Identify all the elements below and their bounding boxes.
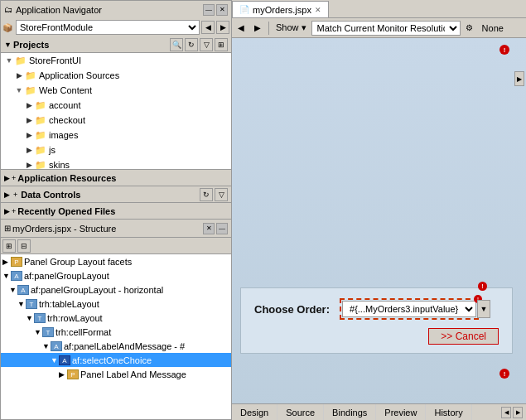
trh-table-expand: ▼ — [17, 300, 26, 308]
account-label: account — [49, 100, 81, 110]
js-expand: ▶ — [24, 145, 34, 155]
toolbar-forward-btn[interactable]: ▶ — [250, 21, 265, 36]
structure-af-panel-label[interactable]: ▼ A af:panelLabelAndMessage - # — [1, 339, 231, 353]
data-controls-section[interactable]: ▶ + Data Controls ↻ ▽ — [0, 186, 232, 203]
tab-source[interactable]: Source — [277, 404, 324, 420]
projects-search-btn[interactable]: 🔍 — [170, 38, 183, 51]
tab-bindings[interactable]: Bindings — [324, 404, 376, 420]
recently-opened-label: Recently Opened Files — [17, 206, 115, 216]
tab-history-label: History — [434, 408, 462, 418]
storefrontui-expand: ▼ — [4, 56, 14, 65]
tabs-scroll-arrows: ◀ ▶ — [498, 407, 526, 418]
app-resources-section[interactable]: ▶ + Application Resources — [0, 170, 232, 186]
dropdown-expand-btn[interactable]: ▼ — [477, 300, 490, 318]
structure-btn2[interactable]: ⊟ — [17, 239, 31, 253]
structure-panel-group-facets[interactable]: ▶ P Panel Group Layout facets — [1, 254, 231, 268]
structure-btn1[interactable]: ⊞ — [2, 239, 16, 253]
structure-af-panel-group[interactable]: ▼ A af:panelGroupLayout — [1, 268, 231, 282]
toolbar-back-btn[interactable]: ◀ — [234, 21, 249, 36]
panel-facets-expand: ▶ — [2, 258, 11, 266]
projects-label: Projects — [13, 40, 170, 50]
tab-design-label: Design — [240, 408, 268, 418]
show-label[interactable]: Show ▾ — [276, 22, 306, 33]
data-controls-filter-btn[interactable]: ▽ — [215, 188, 228, 201]
projects-options-btn[interactable]: ⊞ — [215, 38, 228, 51]
toolbar-separator1 — [268, 22, 269, 35]
tree-item-js[interactable]: ▶ 📁 js — [1, 142, 231, 157]
js-label: js — [49, 145, 55, 155]
form-warning-pin: ! — [478, 282, 487, 291]
data-controls-refresh-btn[interactable]: ↻ — [200, 188, 213, 201]
js-folder-icon: 📁 — [34, 145, 47, 155]
tab-source-label: Source — [286, 408, 315, 418]
tree-item-web-content[interactable]: ▼ 📁 Web Content — [1, 83, 231, 98]
data-controls-icon: + — [13, 191, 17, 199]
af-panel-group-horiz-label: af:panelGroupLayout - horizontal — [31, 285, 163, 295]
app-navigator-title: Application Navigator — [16, 5, 203, 15]
app-sources-folder-icon: 📁 — [24, 70, 37, 80]
trh-table-label: trh:tableLayout — [39, 299, 99, 309]
file-tab-close[interactable]: ✕ — [315, 6, 321, 14]
module-next-btn[interactable]: ▶ — [216, 21, 229, 34]
tabs-scroll-left[interactable]: ◀ — [501, 407, 511, 418]
panel-facets-label: Panel Group Layout facets — [24, 257, 132, 267]
images-expand: ▶ — [24, 130, 34, 140]
module-selector[interactable]: StoreFrontModule — [16, 20, 200, 35]
account-expand: ▶ — [24, 100, 34, 110]
structure-toolbar-bar: ⊞ ⊟ — [0, 238, 232, 254]
structure-af-panel-group-horiz[interactable]: ▼ A af:panelGroupLayout - horizontal — [1, 282, 231, 297]
structure-trh-row-layout[interactable]: ▼ T trh:rowLayout — [1, 311, 231, 325]
order-dropdown[interactable]: #{...MyOrders3.inputValue} — [342, 301, 476, 317]
tab-design[interactable]: Design — [232, 404, 277, 420]
structure-tree: ▶ P Panel Group Layout facets ▼ A af:pan… — [0, 254, 232, 420]
module-icon: 📦 — [2, 23, 12, 32]
skins-label: skins — [49, 160, 70, 170]
tab-bindings-label: Bindings — [332, 408, 367, 418]
none-label: None — [482, 23, 504, 33]
tree-item-images[interactable]: ▶ 📁 images — [1, 128, 231, 142]
tabs-scroll-right[interactable]: ▶ — [513, 407, 523, 418]
nav-minimize-btn[interactable]: — — [203, 4, 215, 16]
module-prev-btn[interactable]: ◀ — [201, 21, 215, 34]
af-select-expand: ▼ — [51, 356, 59, 364]
resolution-dropdown[interactable]: Match Current Monitor Resolution — [311, 21, 461, 36]
af-panel-group-horiz-icon: A — [17, 285, 29, 295]
tree-item-storefrontui[interactable]: ▼ 📁 StoreFrontUI — [1, 53, 231, 68]
images-label: images — [49, 130, 78, 140]
app-sources-expand: ▶ — [14, 70, 24, 80]
structure-trh-table-layout[interactable]: ▼ T trh:tableLayout — [1, 297, 231, 311]
af-select-icon: A — [59, 355, 70, 365]
cancel-btn[interactable]: >> Cancel — [428, 328, 499, 345]
structure-trh-cell-format[interactable]: ▼ T trh:cellFormat — [1, 325, 231, 339]
warning-pin-bottom: ! — [499, 369, 509, 379]
tab-preview[interactable]: Preview — [376, 404, 426, 420]
nav-close-btn[interactable]: ✕ — [216, 4, 228, 16]
af-panel-label-expand: ▼ — [42, 342, 51, 350]
trh-cell-icon: T — [42, 327, 54, 337]
structure-af-select-one-choice[interactable]: ▼ A af:selectOneChoice — [1, 353, 231, 367]
tab-history[interactable]: History — [426, 404, 471, 420]
file-tab-icon: 📄 — [239, 5, 249, 14]
projects-filter-btn[interactable]: ▽ — [200, 38, 213, 51]
projects-section-header[interactable]: ▼ Projects 🔍 ↻ ▽ ⊞ — [0, 36, 232, 53]
structure-panel-label-message[interactable]: ▶ P Panel Label And Message — [1, 367, 231, 381]
tree-item-app-sources[interactable]: ▶ 📁 Application Sources — [1, 68, 231, 83]
panel-label-msg-icon: P — [67, 369, 79, 379]
tree-item-checkout[interactable]: ▶ 📁 checkout — [1, 113, 231, 128]
tree-item-account[interactable]: ▶ 📁 account — [1, 98, 231, 113]
af-panel-group-icon: A — [11, 271, 22, 281]
choose-order-label: Choose Order: — [254, 303, 330, 316]
projects-refresh-btn[interactable]: ↻ — [185, 38, 198, 51]
expand-right-btn[interactable]: ▶ — [514, 71, 524, 86]
toolbar-settings-btn[interactable]: ⚙ — [462, 21, 477, 36]
structure-minimize-btn[interactable]: — — [216, 223, 228, 234]
af-select-label: af:selectOneChoice — [72, 355, 152, 365]
panel-label-msg-label: Panel Label And Message — [80, 369, 186, 379]
checkout-expand: ▶ — [24, 115, 34, 125]
recently-opened-section[interactable]: ▶ + Recently Opened Files — [0, 203, 232, 220]
file-tab-myorders[interactable]: 📄 myOrders.jspx ✕ — [232, 1, 329, 17]
structure-close-tab-btn[interactable]: ✕ — [203, 223, 215, 234]
trh-cell-expand: ▼ — [34, 328, 42, 336]
tree-item-skins[interactable]: ▶ 📁 skins — [1, 157, 231, 170]
af-panel-group-horiz-expand: ▼ — [9, 286, 17, 294]
